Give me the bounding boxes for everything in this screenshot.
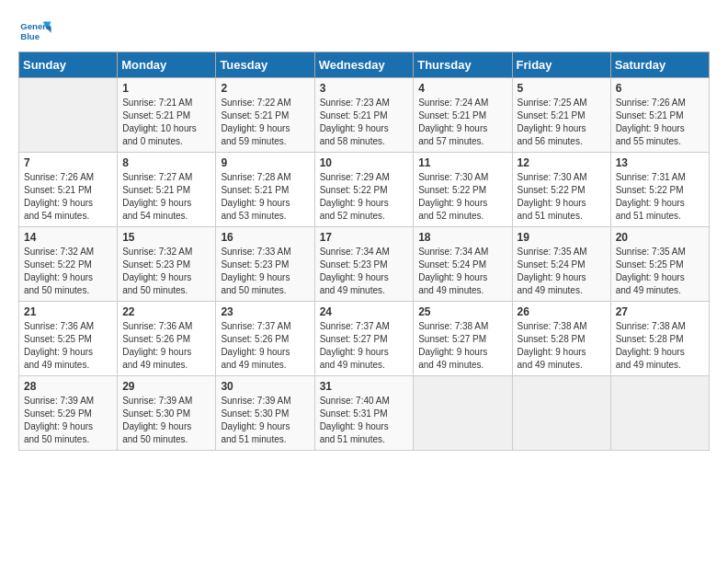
day-info: Sunrise: 7:37 AM Sunset: 5:27 PM Dayligh…: [320, 320, 409, 372]
calendar-cell: 19Sunrise: 7:35 AM Sunset: 5:24 PM Dayli…: [512, 227, 610, 302]
day-info: Sunrise: 7:39 AM Sunset: 5:29 PM Dayligh…: [24, 395, 112, 446]
day-number: 14: [24, 231, 112, 244]
calendar-cell: 7Sunrise: 7:26 AM Sunset: 5:21 PM Daylig…: [19, 153, 118, 227]
day-info: Sunrise: 7:32 AM Sunset: 5:22 PM Dayligh…: [24, 246, 112, 297]
calendar-table: SundayMondayTuesdayWednesdayThursdayFrid…: [18, 52, 710, 451]
day-number: 12: [518, 156, 606, 169]
calendar-cell: 29Sunrise: 7:39 AM Sunset: 5:30 PM Dayli…: [118, 376, 216, 451]
svg-text:Blue: Blue: [20, 31, 40, 41]
day-number: 21: [24, 305, 112, 318]
logo-icon: General Blue: [18, 18, 51, 44]
calendar-cell: [610, 376, 709, 451]
day-number: 8: [122, 156, 210, 169]
calendar-cell: 5Sunrise: 7:25 AM Sunset: 5:21 PM Daylig…: [512, 78, 610, 153]
day-header-friday: Friday: [512, 52, 610, 78]
calendar-cell: 17Sunrise: 7:34 AM Sunset: 5:23 PM Dayli…: [314, 227, 414, 302]
calendar-cell: 31Sunrise: 7:40 AM Sunset: 5:31 PM Dayli…: [314, 376, 414, 451]
day-info: Sunrise: 7:29 AM Sunset: 5:22 PM Dayligh…: [320, 171, 409, 223]
calendar-cell: 24Sunrise: 7:37 AM Sunset: 5:27 PM Dayli…: [314, 302, 414, 376]
day-info: Sunrise: 7:22 AM Sunset: 5:21 PM Dayligh…: [221, 97, 309, 148]
calendar-cell: 13Sunrise: 7:31 AM Sunset: 5:22 PM Dayli…: [610, 153, 709, 227]
day-number: 19: [518, 231, 606, 244]
day-number: 27: [616, 305, 704, 318]
day-info: Sunrise: 7:39 AM Sunset: 5:30 PM Dayligh…: [221, 395, 309, 446]
calendar-cell: 23Sunrise: 7:37 AM Sunset: 5:26 PM Dayli…: [216, 302, 314, 376]
day-number: 5: [518, 82, 606, 95]
calendar-cell: [414, 376, 512, 451]
day-info: Sunrise: 7:27 AM Sunset: 5:21 PM Dayligh…: [122, 171, 210, 223]
calendar-cell: 10Sunrise: 7:29 AM Sunset: 5:22 PM Dayli…: [314, 153, 414, 227]
day-number: 24: [320, 305, 409, 318]
calendar-week-row: 28Sunrise: 7:39 AM Sunset: 5:29 PM Dayli…: [19, 376, 710, 451]
day-info: Sunrise: 7:36 AM Sunset: 5:26 PM Dayligh…: [122, 320, 210, 372]
day-number: 2: [221, 82, 309, 95]
calendar-cell: 8Sunrise: 7:27 AM Sunset: 5:21 PM Daylig…: [118, 153, 216, 227]
day-number: 6: [616, 82, 704, 95]
day-header-tuesday: Tuesday: [216, 52, 314, 78]
calendar-cell: 28Sunrise: 7:39 AM Sunset: 5:29 PM Dayli…: [19, 376, 118, 451]
day-number: 29: [122, 380, 210, 393]
day-info: Sunrise: 7:36 AM Sunset: 5:25 PM Dayligh…: [24, 320, 112, 372]
day-number: 4: [418, 82, 506, 95]
day-info: Sunrise: 7:32 AM Sunset: 5:23 PM Dayligh…: [122, 246, 210, 297]
calendar-cell: 26Sunrise: 7:38 AM Sunset: 5:28 PM Dayli…: [512, 302, 610, 376]
day-number: 1: [122, 82, 210, 95]
day-number: 9: [221, 156, 309, 169]
day-info: Sunrise: 7:23 AM Sunset: 5:21 PM Dayligh…: [320, 97, 409, 148]
calendar-cell: 9Sunrise: 7:28 AM Sunset: 5:21 PM Daylig…: [216, 153, 314, 227]
day-info: Sunrise: 7:35 AM Sunset: 5:25 PM Dayligh…: [616, 246, 704, 297]
day-info: Sunrise: 7:39 AM Sunset: 5:30 PM Dayligh…: [122, 395, 210, 446]
day-info: Sunrise: 7:38 AM Sunset: 5:27 PM Dayligh…: [418, 320, 506, 372]
calendar-cell: 18Sunrise: 7:34 AM Sunset: 5:24 PM Dayli…: [414, 227, 512, 302]
day-number: 26: [518, 305, 606, 318]
calendar-header-row: SundayMondayTuesdayWednesdayThursdayFrid…: [19, 52, 710, 78]
day-info: Sunrise: 7:33 AM Sunset: 5:23 PM Dayligh…: [221, 246, 309, 297]
calendar-cell: 6Sunrise: 7:26 AM Sunset: 5:21 PM Daylig…: [610, 78, 709, 153]
calendar-body: 1Sunrise: 7:21 AM Sunset: 5:21 PM Daylig…: [19, 78, 710, 451]
day-header-sunday: Sunday: [19, 52, 118, 78]
day-number: 25: [418, 305, 506, 318]
day-info: Sunrise: 7:34 AM Sunset: 5:24 PM Dayligh…: [418, 246, 506, 297]
day-info: Sunrise: 7:35 AM Sunset: 5:24 PM Dayligh…: [518, 246, 606, 297]
calendar-week-row: 21Sunrise: 7:36 AM Sunset: 5:25 PM Dayli…: [19, 302, 710, 376]
calendar-cell: 3Sunrise: 7:23 AM Sunset: 5:21 PM Daylig…: [314, 78, 414, 153]
calendar-cell: 2Sunrise: 7:22 AM Sunset: 5:21 PM Daylig…: [216, 78, 314, 153]
day-number: 18: [418, 231, 506, 244]
calendar-week-row: 14Sunrise: 7:32 AM Sunset: 5:22 PM Dayli…: [19, 227, 710, 302]
day-info: Sunrise: 7:31 AM Sunset: 5:22 PM Dayligh…: [616, 171, 704, 223]
calendar-cell: 14Sunrise: 7:32 AM Sunset: 5:22 PM Dayli…: [19, 227, 118, 302]
calendar-cell: 4Sunrise: 7:24 AM Sunset: 5:21 PM Daylig…: [414, 78, 512, 153]
day-info: Sunrise: 7:26 AM Sunset: 5:21 PM Dayligh…: [24, 171, 112, 223]
day-number: 30: [221, 380, 309, 393]
calendar-cell: 22Sunrise: 7:36 AM Sunset: 5:26 PM Dayli…: [118, 302, 216, 376]
calendar-cell: 30Sunrise: 7:39 AM Sunset: 5:30 PM Dayli…: [216, 376, 314, 451]
page-header: General Blue: [18, 18, 710, 44]
day-info: Sunrise: 7:21 AM Sunset: 5:21 PM Dayligh…: [122, 97, 210, 148]
day-number: 17: [320, 231, 409, 244]
day-info: Sunrise: 7:26 AM Sunset: 5:21 PM Dayligh…: [616, 97, 704, 148]
day-number: 7: [24, 156, 112, 169]
calendar-week-row: 1Sunrise: 7:21 AM Sunset: 5:21 PM Daylig…: [19, 78, 710, 153]
calendar-cell: 20Sunrise: 7:35 AM Sunset: 5:25 PM Dayli…: [610, 227, 709, 302]
logo: General Blue: [18, 18, 51, 44]
calendar-week-row: 7Sunrise: 7:26 AM Sunset: 5:21 PM Daylig…: [19, 153, 710, 227]
day-number: 20: [616, 231, 704, 244]
day-number: 28: [24, 380, 112, 393]
day-header-saturday: Saturday: [610, 52, 709, 78]
day-number: 11: [418, 156, 506, 169]
calendar-cell: 21Sunrise: 7:36 AM Sunset: 5:25 PM Dayli…: [19, 302, 118, 376]
day-number: 13: [616, 156, 704, 169]
calendar-cell: [512, 376, 610, 451]
day-info: Sunrise: 7:38 AM Sunset: 5:28 PM Dayligh…: [518, 320, 606, 372]
day-number: 31: [320, 380, 409, 393]
calendar-cell: 1Sunrise: 7:21 AM Sunset: 5:21 PM Daylig…: [118, 78, 216, 153]
day-info: Sunrise: 7:40 AM Sunset: 5:31 PM Dayligh…: [320, 395, 409, 446]
calendar-cell: 15Sunrise: 7:32 AM Sunset: 5:23 PM Dayli…: [118, 227, 216, 302]
day-number: 16: [221, 231, 309, 244]
day-number: 15: [122, 231, 210, 244]
day-number: 23: [221, 305, 309, 318]
day-number: 10: [320, 156, 409, 169]
day-number: 22: [122, 305, 210, 318]
calendar-cell: 11Sunrise: 7:30 AM Sunset: 5:22 PM Dayli…: [414, 153, 512, 227]
calendar-cell: 16Sunrise: 7:33 AM Sunset: 5:23 PM Dayli…: [216, 227, 314, 302]
